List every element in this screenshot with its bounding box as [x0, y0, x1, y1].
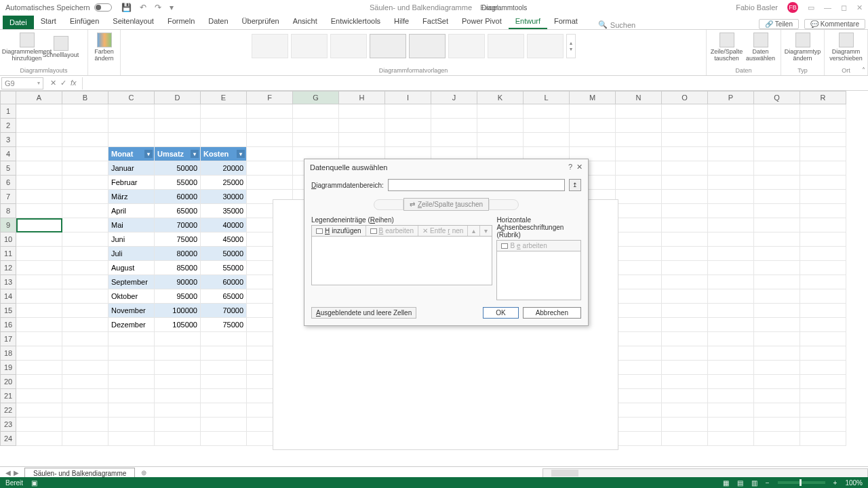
cell[interactable] [800, 176, 846, 190]
cell[interactable]: März [108, 190, 155, 204]
cell[interactable]: 20000 [201, 161, 247, 176]
cell[interactable] [201, 375, 247, 389]
cell[interactable] [62, 176, 108, 190]
zoom-out-icon[interactable]: − [766, 479, 770, 487]
undo-icon[interactable]: ↶ [140, 3, 146, 12]
cell[interactable] [201, 119, 247, 133]
cell[interactable] [616, 204, 662, 218]
cell[interactable] [155, 375, 201, 389]
cell[interactable] [662, 147, 708, 161]
cell[interactable] [16, 176, 62, 190]
column-header[interactable]: A [16, 91, 62, 104]
cell[interactable]: Monat▾ [108, 147, 155, 161]
cell[interactable] [16, 403, 62, 418]
row-header[interactable]: 21 [0, 389, 16, 403]
cell[interactable] [247, 104, 293, 119]
cell[interactable] [662, 346, 708, 361]
cell[interactable] [800, 332, 846, 346]
cell[interactable] [16, 361, 62, 375]
save-icon[interactable]: 💾 [121, 3, 132, 12]
cell[interactable] [16, 432, 62, 446]
cell[interactable] [16, 119, 62, 133]
cancel-formula-icon[interactable]: ✕ [50, 79, 56, 87]
row-header[interactable]: 1 [0, 104, 16, 119]
tab-überprüfen[interactable]: Überprüfen [235, 14, 286, 29]
cell[interactable] [108, 104, 155, 119]
cell[interactable] [616, 318, 662, 332]
cell[interactable] [662, 275, 708, 289]
cell[interactable] [800, 361, 846, 375]
cell[interactable] [155, 332, 201, 346]
cell[interactable]: November [108, 304, 155, 318]
fx-icon[interactable]: fx [71, 79, 77, 87]
cell[interactable] [108, 332, 155, 346]
cell[interactable] [708, 147, 754, 161]
column-header[interactable]: D [155, 91, 201, 104]
cell[interactable] [201, 361, 247, 375]
cell[interactable]: 75000 [201, 318, 247, 332]
column-header[interactable]: C [108, 91, 155, 104]
cell[interactable] [62, 346, 108, 361]
tab-start[interactable]: Start [34, 14, 63, 29]
select-all-corner[interactable] [0, 91, 16, 104]
cell[interactable] [16, 161, 62, 176]
cell[interactable] [754, 232, 800, 247]
column-header[interactable]: P [708, 91, 754, 104]
cell[interactable] [800, 119, 846, 133]
column-header[interactable]: Q [754, 91, 800, 104]
cell[interactable] [662, 332, 708, 346]
cell[interactable] [201, 389, 247, 403]
cell[interactable] [800, 133, 846, 147]
filter-dropdown-icon[interactable]: ▾ [191, 150, 199, 158]
style-thumb[interactable] [448, 34, 485, 58]
cell[interactable] [800, 375, 846, 389]
cell[interactable] [524, 119, 570, 133]
zoom-level[interactable]: 100% [845, 479, 863, 487]
cell[interactable] [16, 261, 62, 275]
cell[interactable] [754, 418, 800, 432]
cell[interactable] [754, 161, 800, 176]
row-header[interactable]: 22 [0, 403, 16, 418]
add-chart-element-button[interactable]: Diagrammelement hinzufügen [11, 31, 43, 64]
switch-row-col-button[interactable]: Zeile/Spalte tauschen [711, 31, 743, 64]
tab-file[interactable]: Datei [3, 16, 34, 29]
row-header[interactable]: 19 [0, 361, 16, 375]
tab-factset[interactable]: FactSet [416, 14, 455, 29]
row-header[interactable]: 7 [0, 190, 16, 204]
cell[interactable]: 55000 [155, 176, 201, 190]
cell[interactable] [16, 275, 62, 289]
cell[interactable] [754, 218, 800, 232]
search-label[interactable]: Suchen [610, 21, 635, 29]
cell[interactable] [62, 190, 108, 204]
formula-input[interactable] [82, 77, 868, 89]
filter-dropdown-icon[interactable]: ▾ [144, 150, 153, 158]
tab-entwicklertools[interactable]: Entwicklertools [324, 14, 387, 29]
cell[interactable] [754, 261, 800, 275]
row-header[interactable]: 16 [0, 318, 16, 332]
cell[interactable] [662, 232, 708, 247]
row-header[interactable]: 13 [0, 275, 16, 289]
cell[interactable]: 90000 [155, 275, 201, 289]
cell[interactable] [16, 289, 62, 304]
cell[interactable] [662, 318, 708, 332]
cell[interactable] [616, 289, 662, 304]
cell[interactable] [62, 418, 108, 432]
cell[interactable] [662, 190, 708, 204]
cell[interactable] [800, 389, 846, 403]
cell[interactable] [800, 346, 846, 361]
cell[interactable] [662, 375, 708, 389]
cell[interactable] [16, 232, 62, 247]
cell[interactable] [62, 161, 108, 176]
series-list[interactable] [311, 237, 492, 285]
cell[interactable] [708, 247, 754, 261]
add-series-button[interactable]: Hinzufügen [312, 226, 366, 236]
cell[interactable] [754, 304, 800, 318]
cell[interactable] [62, 147, 108, 161]
style-thumb[interactable] [291, 34, 328, 58]
cell[interactable] [708, 318, 754, 332]
cell[interactable] [16, 104, 62, 119]
cell[interactable] [62, 119, 108, 133]
column-header[interactable]: N [616, 91, 662, 104]
zoom-slider[interactable] [778, 481, 825, 484]
cell[interactable] [62, 104, 108, 119]
